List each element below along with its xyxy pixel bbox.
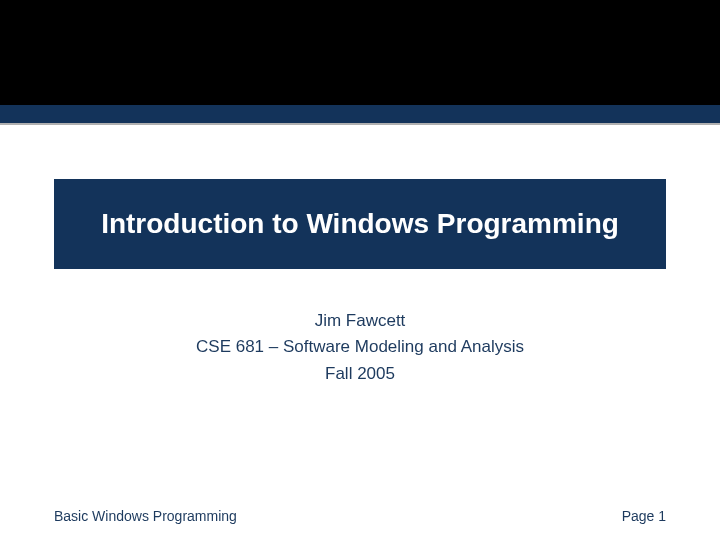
slide-title: Introduction to Windows Programming [101,208,619,240]
title-bar: Introduction to Windows Programming [54,179,666,269]
footer-right: Page 1 [622,508,666,524]
author-line: Jim Fawcett [0,308,720,334]
top-black-band [0,0,720,105]
divider-gray-line [0,123,720,125]
subtitle-block: Jim Fawcett CSE 681 – Software Modeling … [0,308,720,387]
term-line: Fall 2005 [0,361,720,387]
course-line: CSE 681 – Software Modeling and Analysis [0,334,720,360]
divider-blue-band [0,105,720,123]
footer-left: Basic Windows Programming [54,508,237,524]
